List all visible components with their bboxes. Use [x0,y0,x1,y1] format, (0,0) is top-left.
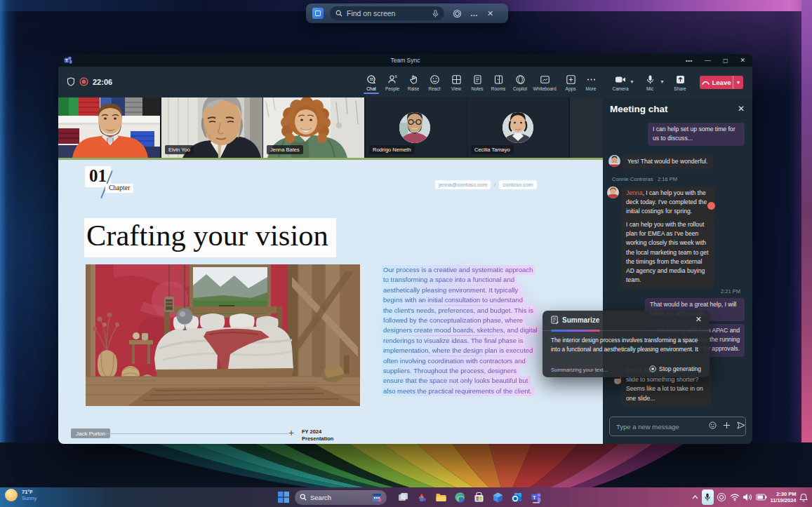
svg-text:6: 6 [394,74,397,79]
svg-text:T: T [533,494,536,499]
